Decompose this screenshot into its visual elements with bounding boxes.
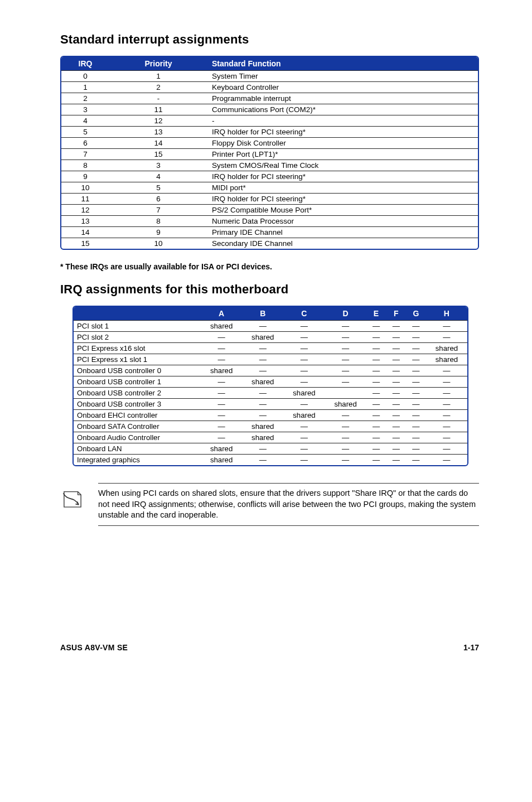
- table-row: 715Printer Port (LPT1)*: [61, 149, 478, 160]
- table-row: 12Keyboard Controller: [61, 82, 478, 93]
- footer-model: ASUS A8V-VM SE: [60, 643, 128, 652]
- col-priority: Priority: [109, 57, 207, 71]
- table-row: Onboard EHCI controller——shared—————: [74, 410, 467, 421]
- table-row: PCI slot 1shared———————: [74, 321, 467, 332]
- table-row: 1510Secondary IDE Channel: [61, 238, 478, 249]
- table-row: 01System Timer: [61, 71, 478, 82]
- table-row: PCI slot 2—shared——————: [74, 332, 467, 343]
- table-row: Onboard SATA Controller—shared——————: [74, 421, 467, 432]
- table-row: 412-: [61, 115, 478, 127]
- table-row: 116IRQ holder for PCI steering*: [61, 194, 478, 205]
- table-row: Onboard USB controller 0shared———————: [74, 365, 467, 376]
- assignments-table: ABCDEFGH PCI slot 1shared———————PCI slot…: [72, 306, 468, 466]
- irq-table: IRQ Priority Standard Function 01System …: [60, 56, 479, 250]
- table-row: 94IRQ holder for PCI steering*: [61, 171, 478, 182]
- table-row: PCI Express x16 slot———————shared: [74, 343, 467, 354]
- col-function: Standard Function: [207, 57, 478, 71]
- table-row: 2-Programmable interrupt: [61, 93, 478, 104]
- table-row: Onboard LANshared———————: [74, 443, 467, 455]
- heading-standard-interrupt: Standard interrupt assignments: [60, 32, 479, 47]
- table-row: Onboard USB controller 3———shared————: [74, 399, 467, 410]
- shared-irq-note: When using PCI cards on shared slots, en…: [98, 483, 479, 526]
- table-row: Onboard USB controller 1—shared——————: [74, 376, 467, 388]
- table-row: 513IRQ holder for PCI steering*: [61, 127, 478, 138]
- table-row: Onboard Audio Controller—shared——————: [74, 432, 467, 443]
- table-row: 127PS/2 Compatible Mouse Port*: [61, 205, 478, 216]
- irq-footnote: * These IRQs are usually available for I…: [60, 262, 479, 271]
- table-row: PCI Express x1 slot 1———————shared: [74, 354, 467, 365]
- col-irq: IRQ: [61, 57, 109, 71]
- table-row: 138Numeric Data Processor: [61, 216, 478, 227]
- table-row: 149Primary IDE Channel: [61, 227, 478, 238]
- table-row: 311Communications Port (COM2)*: [61, 104, 478, 115]
- footer-page: 1-17: [463, 643, 479, 652]
- table-row: Onboard USB controller 2——shared————: [74, 388, 467, 399]
- heading-irq-assignments: IRQ assignments for this motherboard: [60, 282, 479, 297]
- note-icon: [60, 483, 88, 513]
- table-row: 105MIDI port*: [61, 182, 478, 194]
- table-row: 83System CMOS/Real Time Clock: [61, 160, 478, 171]
- table-row: Integrated graphicsshared———————: [74, 455, 467, 466]
- table-row: 614Floppy Disk Controller: [61, 138, 478, 149]
